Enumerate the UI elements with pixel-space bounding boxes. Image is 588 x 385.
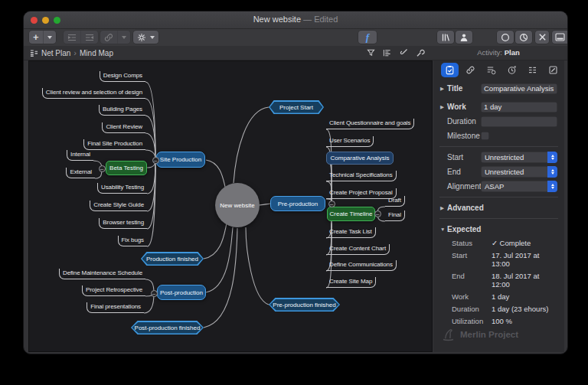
settings-menu-button[interactable] (150, 31, 158, 44)
mindmap-node-post-production[interactable]: Post-production (157, 285, 206, 300)
mindmap-leaf[interactable]: Client review and selection of design (42, 88, 145, 99)
tab-resources[interactable] (482, 63, 500, 77)
mindmap-leaf[interactable]: Browser testing (99, 218, 147, 229)
mindmap-canvas[interactable]: Design CompsClient review and selection … (28, 60, 433, 352)
breadcrumb-current[interactable]: Mind Map (80, 49, 113, 57)
library-button[interactable] (437, 31, 454, 44)
traffic-lights (31, 17, 60, 24)
toggle-right-panel-button[interactable] (567, 31, 568, 44)
styles-button[interactable]: f (362, 31, 373, 44)
mindmap-leaf[interactable]: Create Task List (326, 227, 376, 238)
link-menu-button[interactable] (118, 31, 130, 44)
work-disclosure[interactable]: ▶ (440, 104, 447, 110)
mindmap-leaf[interactable]: Project Retrospective (82, 285, 145, 296)
tab-time[interactable] (503, 63, 521, 77)
start-select[interactable]: Unrestricted (481, 152, 557, 163)
nav-row: Net Plan › Mind Map Activity: Plan (24, 46, 567, 60)
expected-row: Status✓ Complete (433, 239, 564, 247)
expected-disclosure[interactable]: ▼ (440, 227, 447, 232)
mindmap-node-site-production[interactable]: Site Production (156, 152, 205, 168)
person-icon (459, 33, 469, 42)
mindmap-node-pre-production-finished[interactable]: Pre-production finished (269, 298, 340, 312)
mindmap-node-beta-testing[interactable]: Beta Testing (106, 161, 147, 175)
mindmap-leaf[interactable]: Final (385, 210, 405, 221)
mindmap-leaf[interactable]: Design Comps (100, 71, 145, 82)
link-button[interactable] (100, 31, 117, 44)
alignment-select[interactable]: ASAP (481, 181, 557, 192)
collapse-button[interactable]: – (328, 201, 335, 207)
paintbrush-icon[interactable] (399, 48, 408, 57)
close-window-button[interactable] (31, 17, 38, 24)
mindmap-node-create-timeline[interactable]: Create Timeline (327, 207, 375, 221)
mindmap-node-production-finished[interactable]: Production finished (141, 252, 204, 266)
mindmap-leaf[interactable]: Define Communications (326, 260, 397, 271)
expected-row-label: Duration (452, 305, 492, 313)
milestone-checkbox[interactable] (481, 132, 489, 140)
expected-row: Work1 day (433, 292, 564, 301)
breadcrumb[interactable]: Net Plan › Mind Map (30, 46, 113, 60)
wrench-icon[interactable] (416, 48, 425, 57)
expected-row-value: 17. Jul 2017 at 13:00 (492, 251, 557, 268)
collapse-button[interactable]: – (374, 210, 381, 217)
tab-attachments[interactable] (462, 63, 479, 77)
filter-funnel-icon[interactable] (367, 48, 375, 57)
mindmap-leaf[interactable]: Internal (67, 150, 93, 161)
tab-columns[interactable] (524, 63, 541, 77)
mindmap-node-post-production-finished[interactable]: Post-production finished (131, 321, 204, 334)
toggle-bottom-panel-button[interactable] (552, 31, 567, 44)
branding-text: Merlin Project (460, 330, 518, 339)
duration-label: Duration (447, 117, 481, 126)
add-menu-button[interactable] (44, 31, 56, 44)
collapse-button[interactable]: – (151, 290, 158, 297)
mindmap-leaf[interactable]: Draft (385, 196, 405, 207)
mindmap-leaf[interactable]: Create Content Chart (326, 244, 390, 255)
mindmap-leaf[interactable]: Building Pages (99, 105, 145, 116)
activity-indicator: Activity: Plan (433, 46, 564, 60)
title-disclosure[interactable]: ▶ (440, 86, 447, 92)
zoom-window-button[interactable] (54, 17, 60, 24)
breadcrumb-root[interactable]: Net Plan (41, 49, 70, 57)
utilities-button[interactable] (534, 31, 550, 44)
collapse-button[interactable]: – (152, 157, 159, 164)
reports-button[interactable] (515, 31, 532, 44)
mindmap-leaf[interactable]: Final presentations (87, 302, 144, 313)
advanced-disclosure[interactable]: ▶ (440, 205, 447, 211)
panel-bottom-icon (555, 33, 565, 41)
outdent-button[interactable] (81, 31, 98, 44)
expected-row-label: Utilization (452, 317, 492, 325)
indent-button[interactable] (64, 31, 80, 44)
add-button[interactable]: + (29, 31, 43, 44)
mindmap-leaf[interactable]: Final Site Production (83, 139, 145, 150)
stepper-icon (547, 152, 557, 163)
mindmap-node-pre-production[interactable]: Pre-production (270, 196, 325, 211)
mindmap-leaf[interactable]: Fix bugs (118, 236, 147, 246)
mindmap-leaf[interactable]: Client Questionnaire and goals (326, 119, 414, 129)
node-label: Production finished (146, 256, 198, 263)
mindmap-leaf[interactable]: Usability Testing (97, 183, 147, 194)
outline-list-icon[interactable] (383, 48, 391, 57)
node-label: Post-production finished (135, 325, 201, 331)
mindmap-leaf[interactable]: User Scenarios (326, 136, 374, 147)
minimize-window-button[interactable] (42, 17, 49, 24)
resources-button[interactable] (456, 31, 472, 44)
mindmap-node-comparative-analysis[interactable]: Comparative Analysis (326, 152, 394, 165)
tab-info[interactable] (441, 63, 459, 77)
settings-button[interactable] (133, 31, 150, 44)
duration-input[interactable] (481, 116, 557, 127)
main-content: Design CompsClient review and selection … (24, 60, 567, 354)
indent-icon (67, 33, 77, 42)
mindmap-leaf[interactable]: Technical Specifications (326, 171, 397, 181)
sync-button[interactable] (497, 31, 514, 44)
work-input[interactable]: 1 day (481, 102, 557, 113)
mindmap-center-node[interactable]: New website (215, 183, 260, 227)
mindmap-leaf[interactable]: Client Review (102, 122, 145, 133)
mindmap-leaf[interactable]: Define Maintenance Schedule (59, 269, 145, 279)
mindmap-node-project-start[interactable]: Project Start (269, 100, 324, 114)
mindmap-leaf[interactable]: External (66, 168, 95, 178)
title-input[interactable]: Comparative Analysis (481, 83, 557, 94)
tab-style[interactable] (544, 63, 562, 77)
collapse-button[interactable]: – (99, 165, 106, 172)
end-select[interactable]: Unrestricted (481, 166, 557, 178)
mindmap-leaf[interactable]: Create Style Guide (90, 201, 147, 211)
mindmap-leaf[interactable]: Create Site Map (326, 277, 376, 288)
